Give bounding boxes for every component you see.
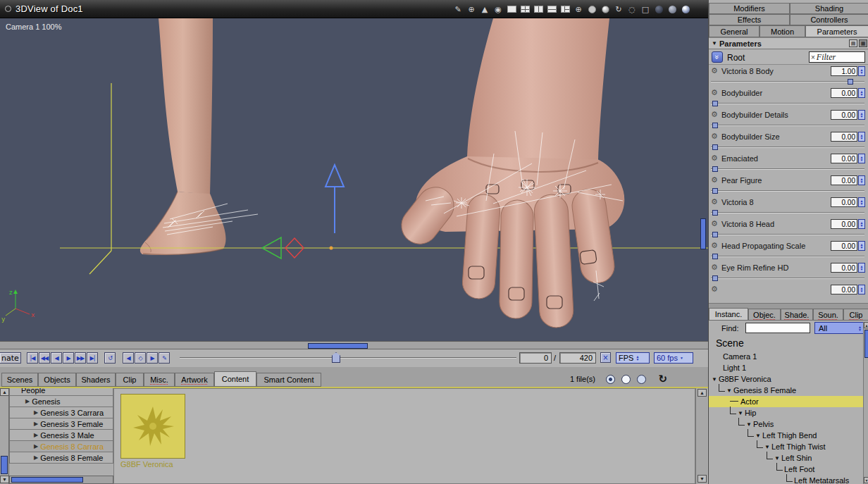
collapse-icon[interactable]: ▼ — [726, 387, 732, 394]
tab-shaders-panel[interactable]: Shade. — [781, 309, 813, 321]
value-stepper-icon[interactable]: ▲▼ — [858, 197, 865, 207]
preview-quality-high-icon[interactable] — [606, 375, 615, 384]
parameter-value-field[interactable]: 0.00 — [831, 88, 857, 98]
total-frames-field[interactable]: 420 — [559, 352, 596, 364]
scene-item-left-metatarsals[interactable]: Left Metatarsals — [709, 475, 863, 484]
value-stepper-icon[interactable]: ▲▼ — [858, 219, 865, 229]
find-scope-dropdown[interactable]: All ▲▼ — [814, 322, 864, 334]
parameter-slider[interactable] — [711, 101, 864, 107]
preview-textured-sphere-icon[interactable] — [680, 4, 691, 15]
parameter-value-field[interactable]: 0.00 — [831, 197, 857, 207]
viewport-canvas[interactable]: z x y — [0, 18, 708, 341]
animate-mode-button[interactable]: nate — [0, 352, 21, 364]
tree-horizontal-scrollbar[interactable] — [9, 476, 113, 484]
collapse-icon[interactable]: ▼ — [774, 455, 780, 461]
tab-instances[interactable]: Instanc. — [709, 308, 748, 321]
time-scrubber-handle[interactable] — [332, 352, 340, 363]
collapse-icon[interactable]: ▼ — [738, 410, 743, 416]
collapse-icon[interactable]: ▼ — [712, 40, 717, 46]
tree-item-genesis3-carrara[interactable]: ▶ Genesis 3 Carrara — [9, 407, 113, 418]
value-stepper-icon[interactable]: ▲▼ — [858, 132, 865, 142]
tree-item-genesis3-female[interactable]: ▶ Genesis 3 Female — [9, 418, 113, 430]
gear-icon[interactable]: ⚙ — [711, 197, 720, 206]
scroll-down-icon[interactable]: ▼ — [698, 475, 707, 483]
parameter-slider[interactable] — [711, 166, 864, 173]
parameter-value-field[interactable]: 0.00 — [831, 219, 857, 229]
parameter-value-field[interactable]: 1.00 — [831, 66, 857, 76]
root-node-icon[interactable]: » — [712, 51, 723, 63]
current-frame-field[interactable]: 0 — [519, 352, 552, 364]
edit-keyframe-button[interactable]: ✎ — [159, 352, 170, 364]
tab-modifiers[interactable]: Modifiers — [709, 3, 790, 14]
value-stepper-icon[interactable]: ▲▼ — [858, 285, 865, 294]
find-input[interactable] — [745, 323, 810, 333]
tab-scenes[interactable]: Scenes — [1, 373, 38, 387]
layout-three-pane-icon[interactable] — [559, 4, 571, 15]
tab-content[interactable]: Content — [214, 371, 256, 387]
tab-sounds-panel[interactable]: Soun. — [813, 309, 843, 321]
window-menu-icon[interactable] — [5, 6, 11, 12]
tab-smart-content[interactable]: Smart Content — [256, 373, 321, 387]
viewport-horizontal-scrollbar[interactable] — [0, 341, 708, 349]
content-vertical-scrollbar[interactable]: ▲ ▼ — [695, 388, 707, 484]
tab-clips-panel[interactable]: Clip — [843, 309, 868, 321]
filter-clear-icon[interactable]: × — [811, 54, 815, 61]
viewport-vertical-scrollbar[interactable] — [700, 218, 706, 249]
tab-misc[interactable]: Misc. — [144, 373, 175, 387]
tree-vscroll-thumb[interactable] — [1, 456, 8, 474]
tab-clip[interactable]: Clip — [116, 373, 144, 387]
parameter-value-field[interactable]: 0.00 — [831, 241, 857, 251]
parameter-slider[interactable] — [711, 79, 864, 85]
tree-item-genesis[interactable]: ▶ Genesis — [9, 395, 113, 407]
scroll-down-icon[interactable]: ▼ — [0, 476, 9, 483]
parameter-filter-input[interactable]: × Filter — [809, 51, 865, 63]
preview-dark-sphere-icon[interactable] — [653, 4, 664, 15]
fps-value-dropdown[interactable]: 60 fps ▼ — [654, 352, 693, 364]
time-scrubber-track[interactable] — [180, 357, 516, 359]
parameter-value-field[interactable]: 0.00 — [831, 110, 857, 120]
display-flat-icon[interactable] — [586, 4, 597, 15]
wire-globe-icon[interactable]: ◉ — [492, 4, 504, 15]
fps-dropdown[interactable]: FPS ▲▼ — [616, 352, 650, 364]
value-stepper-icon[interactable]: ▲▼ — [858, 110, 865, 120]
collapse-icon[interactable]: ▼ — [755, 433, 761, 439]
tree-item-genesis8-female[interactable]: ▶ Genesis 8 Female — [9, 452, 113, 464]
expand-icon[interactable]: ▶ — [34, 432, 38, 438]
gear-icon[interactable]: ⚙ — [711, 110, 720, 119]
content-thumbnail-area[interactable]: G8BF Veronica — [113, 388, 695, 484]
layout-vertical-split-icon[interactable] — [533, 4, 544, 15]
display-wireframe-icon[interactable]: ⊕ — [573, 4, 584, 15]
gear-icon[interactable]: ⚙ — [711, 241, 720, 250]
parameter-value-field[interactable]: 0.00 — [831, 175, 857, 185]
tab-general[interactable]: General — [709, 25, 760, 37]
scene-item-left-thigh-twist[interactable]: ▼Left Thigh Twist — [709, 441, 863, 452]
preview-quality-low-icon[interactable] — [637, 375, 646, 384]
value-stepper-icon[interactable]: ▲▼ — [858, 263, 865, 273]
parameter-slider[interactable] — [711, 275, 864, 282]
play-button[interactable]: ▶ — [63, 352, 74, 364]
value-stepper-icon[interactable]: ▲▼ — [858, 88, 865, 98]
fps-value-arrow-icon[interactable]: ▼ — [680, 356, 683, 359]
parameter-value-field[interactable]: 0.00 — [831, 154, 857, 163]
value-stepper-icon[interactable]: ▲▼ — [858, 154, 865, 163]
value-stepper-icon[interactable]: ▲▼ — [858, 66, 865, 76]
refresh-browser-icon[interactable]: ↻ — [658, 373, 667, 385]
expand-icon[interactable]: ▶ — [25, 398, 30, 404]
parameter-slider[interactable] — [711, 123, 864, 129]
parameter-value-field[interactable]: 0.00 — [831, 132, 857, 142]
scene-vscroll-thumb[interactable] — [864, 330, 868, 358]
expand-icon[interactable]: ▶ — [34, 454, 38, 461]
tab-shaders[interactable]: Shaders — [76, 373, 116, 387]
layout-horizontal-split-icon[interactable] — [546, 4, 557, 15]
scene-item-pelvis[interactable]: ▼Pelvis — [709, 418, 863, 430]
expand-icon[interactable]: ▶ — [34, 443, 38, 449]
collapse-icon[interactable]: ▼ — [764, 444, 770, 450]
dotted-circle-icon[interactable]: ◌ — [626, 4, 638, 15]
wand-tool-icon[interactable]: ✎ — [452, 4, 464, 15]
next-keyframe-button[interactable]: ▶ — [147, 352, 158, 364]
tree-vertical-scrollbar[interactable]: ▲ ▼ — [0, 388, 9, 484]
gear-icon[interactable]: ⚙ — [711, 285, 720, 294]
fast-forward-button[interactable]: ▶▶ — [75, 352, 86, 364]
loop-playback-button[interactable]: ↺ — [104, 352, 116, 364]
prev-keyframe-button[interactable]: ◀ — [123, 352, 134, 364]
